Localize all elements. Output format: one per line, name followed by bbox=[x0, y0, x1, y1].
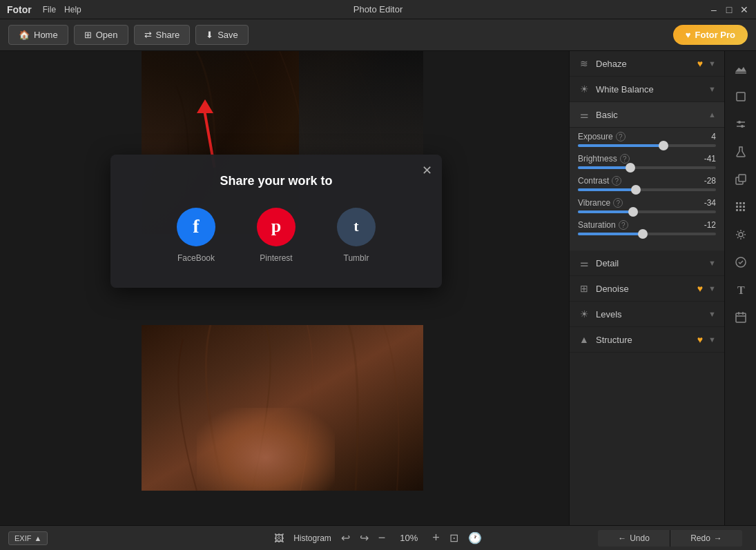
brightness-track[interactable] bbox=[578, 166, 716, 169]
minimize-button[interactable]: – bbox=[709, 5, 719, 14]
white-balance-label: White Balance bbox=[596, 84, 703, 95]
share-button[interactable]: ⇄ Share bbox=[134, 25, 191, 45]
histogram-label[interactable]: Histogram bbox=[293, 533, 331, 543]
denoise-arrow-icon: ▼ bbox=[708, 284, 716, 293]
dehaze-arrow-icon: ▼ bbox=[708, 59, 716, 68]
facebook-share[interactable]: f FaceBook bbox=[177, 208, 215, 263]
svg-point-17 bbox=[739, 233, 743, 237]
levels-label: Levels bbox=[596, 309, 703, 320]
detail-arrow-icon: ▼ bbox=[708, 259, 716, 267]
undo-button[interactable]: ← Undo bbox=[598, 530, 670, 547]
exif-button[interactable]: EXIF ▲ bbox=[8, 531, 48, 545]
dehaze-item[interactable]: ≋ Dehaze ♥ ▼ bbox=[570, 51, 724, 77]
tumblr-icon: t bbox=[337, 208, 376, 246]
undo-history-button[interactable]: ↩ bbox=[341, 531, 350, 544]
exposure-help-icon[interactable]: ? bbox=[616, 132, 626, 141]
close-button[interactable]: ✕ bbox=[739, 5, 749, 14]
svg-rect-20 bbox=[736, 313, 746, 322]
fit-screen-button[interactable]: ⊡ bbox=[449, 531, 458, 544]
structure-icon: ▲ bbox=[578, 334, 590, 345]
tumblr-share[interactable]: t Tumblr bbox=[337, 208, 376, 263]
redo-history-button[interactable]: ↪ bbox=[360, 531, 369, 544]
vibrance-track[interactable] bbox=[578, 210, 716, 213]
dialog-close-button[interactable]: ✕ bbox=[422, 163, 432, 178]
zoom-in-button[interactable]: + bbox=[432, 531, 440, 545]
save-button[interactable]: ⬇ Save bbox=[195, 25, 249, 45]
facebook-icon: f bbox=[177, 208, 215, 246]
brightness-row: Brightness ? -41 bbox=[578, 154, 716, 169]
denoise-item[interactable]: ⊞ Denoise ♥ ▼ bbox=[570, 276, 724, 302]
contrast-track[interactable] bbox=[578, 188, 716, 191]
badge-tool-icon[interactable] bbox=[728, 250, 753, 275]
clone-tool-icon[interactable] bbox=[728, 167, 753, 192]
menu-file[interactable]: File bbox=[43, 5, 56, 14]
saturation-help-icon[interactable]: ? bbox=[619, 220, 628, 230]
svg-rect-1 bbox=[737, 92, 745, 101]
open-button[interactable]: ⊞ Open bbox=[74, 25, 128, 45]
basic-header[interactable]: ⚌ Basic ▲ bbox=[570, 102, 724, 128]
redo-arrow-icon: → bbox=[714, 533, 722, 543]
dehaze-pro-badge: ♥ bbox=[697, 58, 703, 69]
vibrance-row: Vibrance ? -34 bbox=[578, 198, 716, 213]
svg-point-5 bbox=[741, 125, 744, 128]
redo-button[interactable]: Redo → bbox=[670, 530, 742, 547]
exposure-thumb[interactable] bbox=[659, 141, 668, 150]
crop-tool-icon[interactable] bbox=[728, 84, 753, 109]
structure-item[interactable]: ▲ Structure ♥ ▼ bbox=[570, 327, 724, 353]
contrast-thumb[interactable] bbox=[631, 185, 641, 195]
home-button[interactable]: 🏠 Home bbox=[8, 25, 68, 45]
fotor-pro-button[interactable]: ♥ Fotor Pro bbox=[673, 25, 748, 45]
photo-canvas: ✕ Share your work to f FaceBook p Pinter… bbox=[0, 51, 569, 525]
landscape-tool-icon[interactable] bbox=[728, 57, 753, 81]
adjust-tool-icon[interactable] bbox=[728, 112, 753, 137]
saturation-track[interactable] bbox=[578, 233, 716, 235]
maximize-button[interactable]: □ bbox=[724, 5, 734, 14]
saturation-value: -12 bbox=[697, 220, 716, 230]
exposure-track[interactable] bbox=[578, 144, 716, 147]
menu-help[interactable]: Help bbox=[64, 5, 81, 14]
saturation-thumb[interactable] bbox=[638, 229, 648, 239]
share-icon: ⇄ bbox=[144, 30, 152, 40]
svg-point-4 bbox=[738, 121, 741, 124]
exposure-label: Exposure ? bbox=[578, 132, 626, 141]
menu-bar: File Help bbox=[43, 5, 81, 14]
brightness-help-icon[interactable]: ? bbox=[620, 154, 630, 164]
share-label: Share bbox=[156, 30, 180, 40]
text-tool-icon[interactable]: T bbox=[728, 277, 753, 302]
svg-rect-16 bbox=[743, 209, 745, 211]
pattern-tool-icon[interactable] bbox=[728, 195, 753, 219]
pinterest-share[interactable]: p Pinterest bbox=[257, 208, 295, 263]
vibrance-thumb[interactable] bbox=[628, 207, 638, 217]
svg-rect-10 bbox=[743, 202, 745, 204]
levels-item[interactable]: ☀ Levels ▼ bbox=[570, 302, 724, 327]
contrast-help-icon[interactable]: ? bbox=[612, 176, 621, 186]
dehaze-label: Dehaze bbox=[596, 59, 692, 69]
brightness-thumb[interactable] bbox=[626, 163, 635, 173]
exposure-value: 4 bbox=[697, 132, 716, 141]
saturation-fill bbox=[578, 233, 643, 235]
vibrance-help-icon[interactable]: ? bbox=[613, 198, 623, 208]
fotor-pro-label: Fotor Pro bbox=[695, 30, 736, 40]
vibrance-value: -34 bbox=[697, 198, 716, 208]
save-label: Save bbox=[217, 30, 238, 40]
undo-arrow-icon: ← bbox=[618, 533, 626, 543]
bottom-left: EXIF ▲ bbox=[8, 531, 48, 545]
facebook-label: FaceBook bbox=[177, 253, 215, 263]
exif-label: EXIF bbox=[14, 534, 31, 542]
home-label: Home bbox=[34, 30, 58, 40]
levels-arrow-icon: ▼ bbox=[708, 310, 716, 318]
zoom-out-button[interactable]: − bbox=[378, 531, 386, 545]
calendar-tool-icon[interactable] bbox=[728, 305, 753, 330]
pinterest-label: Pinterest bbox=[260, 253, 292, 263]
open-label: Open bbox=[96, 30, 118, 40]
white-balance-item[interactable]: ☀ White Balance ▼ bbox=[570, 77, 724, 102]
detail-item[interactable]: ⚌ Detail ▼ bbox=[570, 251, 724, 276]
svg-rect-13 bbox=[743, 206, 745, 208]
history-button[interactable]: 🕐 bbox=[468, 531, 482, 544]
undo-redo-row: ← Undo Redo → bbox=[598, 530, 742, 547]
share-icons: f FaceBook p Pinterest t Tu bbox=[131, 208, 421, 263]
toolbar-buttons: 🏠 Home ⊞ Open ⇄ Share ⬇ Save bbox=[8, 25, 249, 45]
toolbar: 🏠 Home ⊞ Open ⇄ Share ⬇ Save ♥ Fotor Pro bbox=[0, 19, 756, 51]
flask-tool-icon[interactable] bbox=[728, 139, 753, 164]
gear-tool-icon[interactable] bbox=[728, 222, 753, 247]
